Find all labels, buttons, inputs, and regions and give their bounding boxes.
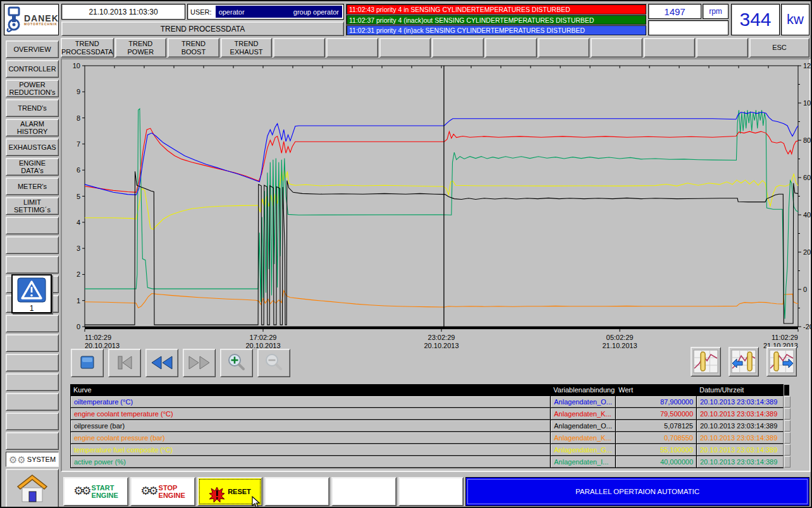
svg-text:9: 9 — [77, 88, 80, 95]
logo: DANEK MOTORTECHNIK — [4, 4, 59, 35]
alarm-count: 1 — [30, 304, 34, 313]
tab-empty[interactable] — [273, 38, 325, 57]
zoom-out-icon — [264, 353, 284, 374]
tab-trend-exhaust[interactable]: TREND EXHAUST — [221, 38, 273, 57]
rewind-button[interactable] — [145, 349, 178, 377]
empty-control-button[interactable] — [264, 477, 329, 506]
skip-to-start-icon — [114, 354, 135, 372]
sidebar-item-empty[interactable] — [6, 236, 59, 254]
sidebar-item-empty[interactable] — [6, 315, 59, 332]
table-row-oiltemperature-c[interactable]: oiltemperature (°C)Anlagendaten_O...87,9… — [71, 396, 783, 408]
stop-engine-label: STOPENGINE — [159, 484, 185, 499]
empty-control-button[interactable] — [331, 477, 397, 506]
transport-controls — [71, 349, 290, 377]
trend-tab-bar: TREND PROCESSDATATREND POWERTREND BOOSTT… — [61, 38, 809, 57]
cursor-step-left-button[interactable] — [729, 347, 759, 377]
svg-text:8: 8 — [77, 114, 80, 122]
sidebar-item-trend-s[interactable]: TREND's — [6, 99, 59, 117]
tab-empty[interactable] — [591, 38, 643, 57]
sidebar-item-empty[interactable] — [6, 217, 59, 234]
tab-empty[interactable] — [644, 38, 696, 57]
fast-forward-button[interactable] — [183, 349, 216, 377]
sidebar-item-meter-s[interactable]: METER's — [6, 178, 59, 195]
curve-datetime: 20.10.2013 23:03:14:389 — [697, 420, 784, 432]
sidebar-item-system[interactable]: ⚙⚙SYSTEM — [6, 452, 59, 467]
sidebar-item-engine-data-s[interactable]: ENGINE DATA's — [6, 158, 59, 176]
tab-empty[interactable] — [379, 38, 431, 57]
table-row-active-power[interactable]: active power (%)Anlagendaten_I...40,0000… — [71, 456, 783, 468]
header: DANEK MOTORTECHNIK 21.10.2013 11:03:30 U… — [3, 3, 811, 37]
empty-control-button[interactable] — [398, 477, 464, 506]
engine-gears-icon: ⚙⚙ — [73, 485, 89, 498]
tab-trend-power[interactable]: TREND POWER — [115, 38, 167, 57]
sidebar-item-empty[interactable] — [6, 413, 59, 430]
table-row-engine-coolant-pressure-bar[interactable]: engine coolant pressure (bar)Anlagendate… — [71, 432, 783, 444]
curve-datetime: 20.10.2013 23:03:14:389 — [697, 456, 784, 468]
sidebar-item-empty[interactable] — [6, 432, 59, 450]
tab-trend-boost[interactable]: TREND BOOST — [168, 38, 219, 57]
sidebar-item-empty[interactable] — [6, 393, 59, 411]
curve-name: temperature fuel composite (°C) — [71, 444, 550, 456]
alarm-stack: 11:02:43 priority 4 in SENSING CYLINDERT… — [346, 4, 647, 36]
svg-text:80: 80 — [803, 136, 811, 144]
zoom-in-icon — [226, 353, 247, 374]
tab-empty[interactable] — [538, 38, 590, 57]
table-header-variablenanbindung[interactable]: Variablenanbindung — [551, 385, 615, 396]
user-field[interactable]: operator group operator — [216, 6, 342, 18]
svg-text:2: 2 — [77, 270, 80, 278]
tab-empty[interactable] — [326, 38, 378, 57]
sidebar-item-empty[interactable] — [6, 354, 59, 372]
sidebar-item-exhaustgas[interactable]: EXHAUSTGAS — [6, 138, 59, 156]
table-row-temperature-fuel-composite-c[interactable]: temperature fuel composite (°C)Anlagenda… — [71, 444, 783, 456]
tab-trend-processdata[interactable]: TREND PROCESSDATA — [61, 38, 114, 57]
table-row-oilpressure-bar[interactable]: oilpressure (bar)Anlagendaten_O...5,0781… — [71, 420, 783, 432]
curve-name: oiltemperature (°C) — [71, 396, 550, 408]
row-spacer — [784, 432, 790, 444]
engine-gears-icon: ⚙⚙ — [140, 485, 156, 498]
svg-text:20: 20 — [803, 248, 811, 256]
variable-binding: Anlagendaten_O... — [551, 396, 615, 408]
alarm-message-1[interactable]: 11:02:43 priority 4 in SENSING CYLINDERT… — [347, 4, 646, 15]
stop-button[interactable] — [71, 349, 104, 377]
skip-to-start-button[interactable] — [108, 349, 141, 377]
stop-engine-button[interactable]: ⚙⚙ STOPENGINE — [130, 477, 195, 506]
row-spacer — [784, 420, 790, 432]
tab-empty[interactable] — [485, 38, 537, 57]
sidebar-item-controller[interactable]: CONTROLLER — [6, 60, 59, 78]
svg-text:17:02:29: 17:02:29 — [250, 334, 277, 341]
tab-empty[interactable] — [432, 38, 484, 57]
trend-cursor-button[interactable] — [691, 347, 721, 377]
start-engine-button[interactable]: ⚙⚙ STARTENGINE — [63, 477, 128, 506]
table-header-datum-uhrzeit[interactable]: Datum/Uhrzeit — [697, 385, 784, 396]
table-row-engine-coolant-temperature-c[interactable]: engine coolant temperature (°C)Anlagenda… — [71, 408, 783, 420]
rpm-unit: rpm — [703, 4, 729, 19]
sidebar-item-empty[interactable] — [6, 256, 59, 274]
alarm-message-3[interactable]: 11:02:31 priority 4 (in)ack SENSING CYLI… — [347, 25, 646, 35]
table-header-kurve[interactable]: Kurve — [71, 385, 550, 396]
sidebar-item-limit-settimg-s[interactable]: LIMIT SETTIMG´s — [6, 197, 59, 215]
sidebar-item-power-reduction-s[interactable]: POWER REDUCTION's — [6, 80, 59, 97]
svg-text:0: 0 — [803, 286, 807, 293]
cursor-step-right-button[interactable] — [766, 347, 797, 377]
user-label: USER: — [190, 8, 212, 16]
tab-empty[interactable] — [696, 38, 748, 57]
svg-text:4: 4 — [77, 219, 80, 226]
zoom-in-button[interactable] — [220, 349, 253, 377]
table-header-wert[interactable]: Wert — [616, 385, 696, 396]
sidebar-item-empty[interactable] — [6, 373, 59, 391]
curve-value: 55,100000 — [616, 444, 696, 456]
home-button[interactable] — [6, 469, 59, 508]
alarm-message-2[interactable]: 11:02:37 priority 4 (inack)out SENSING C… — [347, 15, 646, 25]
trend-chart[interactable]: 012345678910-2002040608010012011:02:2920… — [71, 62, 812, 353]
row-spacer — [784, 396, 790, 408]
alarm-indicator-button[interactable]: 1 — [11, 274, 52, 313]
esc-button[interactable]: ESC — [749, 38, 809, 57]
sidebar-item-overview[interactable]: OVERVIEW — [6, 40, 59, 58]
zoom-out-button[interactable] — [257, 349, 290, 377]
fast-forward-icon — [187, 354, 211, 372]
hmi-screen: DANEK MOTORTECHNIK 21.10.2013 11:03:30 U… — [0, 0, 812, 508]
sidebar-item-empty[interactable] — [6, 334, 59, 352]
svg-text:11:02:29: 11:02:29 — [772, 334, 798, 341]
home-icon — [16, 473, 49, 504]
sidebar-item-alarm-history[interactable]: ALARM HISTORY — [6, 119, 59, 136]
